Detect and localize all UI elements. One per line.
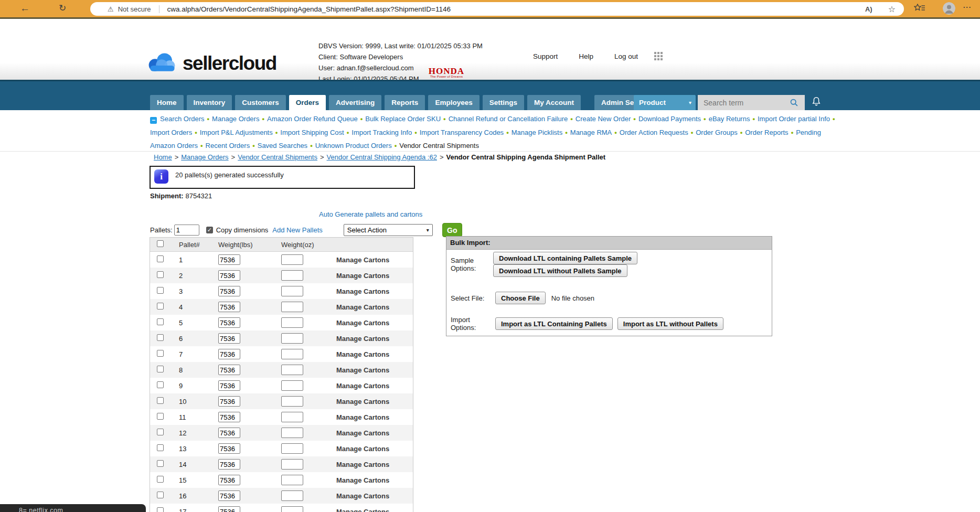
manage-cartons-link[interactable]: Manage Cartons [336, 335, 389, 343]
read-aloud-icon[interactable]: A) [865, 5, 872, 13]
header-link-help[interactable]: Help [579, 52, 593, 60]
subnav-link-unknown-product-orders[interactable]: Unknown Product Orders [315, 142, 392, 150]
row-checkbox[interactable] [157, 255, 164, 262]
row-checkbox[interactable] [157, 350, 164, 357]
row-checkbox[interactable] [157, 476, 164, 483]
weight-oz-input[interactable] [281, 506, 303, 512]
profile-avatar[interactable] [943, 2, 955, 15]
weight-lbs-input[interactable] [218, 270, 240, 281]
manage-cartons-link[interactable]: Manage Cartons [336, 461, 389, 468]
weight-oz-input[interactable] [281, 475, 303, 485]
search-input[interactable] [702, 98, 786, 108]
weight-lbs-input[interactable] [218, 286, 240, 296]
tab-orders[interactable]: Orders [289, 95, 326, 110]
weight-oz-input[interactable] [281, 459, 303, 470]
weight-lbs-input[interactable] [218, 380, 240, 391]
weight-lbs-input[interactable] [218, 302, 240, 312]
pallets-count-input[interactable] [174, 225, 199, 236]
favorite-star-icon[interactable]: ☆ [888, 4, 896, 14]
breadcrumb-link-vendor-central-shipping-agenda-62[interactable]: Vendor Central Shipping Agenda :62 [327, 153, 437, 161]
weight-oz-input[interactable] [281, 428, 303, 438]
manage-cartons-link[interactable]: Manage Cartons [336, 492, 389, 500]
address-bar[interactable]: ⚠ Not secure cwa.alpha/Orders/VendorCent… [90, 2, 904, 16]
add-new-pallets-link[interactable]: Add New Pallets [272, 226, 322, 234]
breadcrumb-link-home[interactable]: Home [154, 153, 172, 161]
weight-lbs-input[interactable] [218, 490, 240, 501]
subnav-link-search-orders[interactable]: Search Orders [160, 115, 205, 123]
subnav-link-recent-orders[interactable]: Recent Orders [206, 142, 250, 150]
collapse-minus-icon[interactable]: − [150, 117, 157, 124]
manage-cartons-link[interactable]: Manage Cartons [336, 413, 389, 421]
row-checkbox[interactable] [157, 444, 164, 451]
weight-lbs-input[interactable] [218, 333, 240, 344]
manage-cartons-link[interactable]: Manage Cartons [336, 272, 389, 280]
tab-customers[interactable]: Customers [235, 95, 286, 110]
manage-cartons-link[interactable]: Manage Cartons [336, 303, 389, 311]
subnav-link-download-payments[interactable]: Download Payments [638, 115, 701, 123]
tab-my-account[interactable]: My Account [527, 95, 581, 110]
subnav-link-import-transparency-codes[interactable]: Import Transparency Codes [420, 129, 504, 136]
subnav-link-import-orders[interactable]: Import Orders [150, 129, 192, 136]
weight-lbs-input[interactable] [218, 317, 240, 328]
subnav-link-manage-rma[interactable]: Manage RMA [570, 129, 612, 136]
manage-cartons-link[interactable]: Manage Cartons [336, 508, 389, 512]
weight-oz-input[interactable] [281, 317, 303, 328]
weight-lbs-input[interactable] [218, 365, 240, 375]
manage-cartons-link[interactable]: Manage Cartons [336, 319, 389, 327]
choose-file-button[interactable]: Choose File [495, 292, 546, 304]
reload-icon[interactable]: ↻ [59, 2, 66, 15]
manage-cartons-link[interactable]: Manage Cartons [336, 445, 389, 453]
subnav-link-import-order-partial-info[interactable]: Import Order partial Info [758, 115, 830, 123]
breadcrumb-link-vendor-central-shipments[interactable]: Vendor Central Shipments [238, 153, 317, 161]
manage-cartons-link[interactable]: Manage Cartons [336, 366, 389, 374]
manage-cartons-link[interactable]: Manage Cartons [336, 287, 389, 295]
manage-cartons-link[interactable]: Manage Cartons [336, 398, 389, 406]
subnav-link-amazon-orders[interactable]: Amazon Orders [150, 142, 198, 150]
weight-lbs-input[interactable] [218, 412, 240, 422]
weight-lbs-input[interactable] [218, 349, 240, 359]
manage-cartons-link[interactable]: Manage Cartons [336, 476, 389, 484]
tab-home[interactable]: Home [150, 95, 184, 110]
button-download-ltl-containing-pallets-sample[interactable]: Download LTL containing Pallets Sample [493, 252, 637, 264]
row-checkbox[interactable] [157, 413, 164, 420]
copy-dimensions-checkbox[interactable] [206, 227, 213, 233]
weight-oz-input[interactable] [281, 380, 303, 391]
header-link-log-out[interactable]: Log out [614, 52, 638, 60]
row-checkbox[interactable] [157, 318, 164, 325]
breadcrumb-link-manage-orders[interactable]: Manage Orders [181, 153, 228, 161]
weight-oz-input[interactable] [281, 333, 303, 344]
app-launcher-grid-icon[interactable] [654, 52, 663, 60]
select-all-checkbox[interactable] [157, 240, 164, 247]
header-link-support[interactable]: Support [533, 52, 558, 60]
weight-lbs-input[interactable] [218, 459, 240, 470]
subnav-link-order-reports[interactable]: Order Reports [745, 129, 788, 136]
weight-lbs-input[interactable] [218, 396, 240, 407]
subnav-link-import-p-l-adjustments[interactable]: Import P&L Adjustments [200, 129, 273, 136]
row-checkbox[interactable] [157, 334, 164, 341]
select-action-dropdown[interactable]: Select Action ▾ [344, 224, 433, 236]
weight-oz-input[interactable] [281, 349, 303, 359]
row-checkbox[interactable] [157, 492, 164, 498]
row-checkbox[interactable] [157, 303, 164, 310]
weight-oz-input[interactable] [281, 443, 303, 454]
browser-menu-icon[interactable]: ··· [963, 3, 972, 11]
manage-cartons-link[interactable]: Manage Cartons [336, 350, 389, 358]
subnav-link-import-tracking-info[interactable]: Import Tracking Info [351, 129, 412, 136]
weight-oz-input[interactable] [281, 412, 303, 422]
tab-employees[interactable]: Employees [428, 95, 479, 110]
manage-cartons-link[interactable]: Manage Cartons [336, 429, 389, 437]
row-checkbox[interactable] [157, 366, 164, 372]
tab-advertising[interactable]: Advertising [329, 95, 381, 110]
subnav-link-manage-picklists[interactable]: Manage Picklists [512, 129, 563, 136]
weight-lbs-input[interactable] [218, 506, 240, 512]
row-checkbox[interactable] [157, 271, 164, 278]
subnav-link-create-new-order[interactable]: Create New Order [576, 115, 631, 123]
weight-lbs-input[interactable] [218, 443, 240, 454]
manage-cartons-link[interactable]: Manage Cartons [336, 256, 389, 264]
button-download-ltl-without-pallets-sample[interactable]: Download LTL without Pallets Sample [493, 264, 627, 277]
row-checkbox[interactable] [157, 381, 164, 388]
subnav-link-pending[interactable]: Pending [796, 129, 821, 136]
tab-inventory[interactable]: Inventory [187, 95, 232, 110]
weight-lbs-input[interactable] [218, 254, 240, 265]
row-checkbox[interactable] [157, 460, 164, 467]
